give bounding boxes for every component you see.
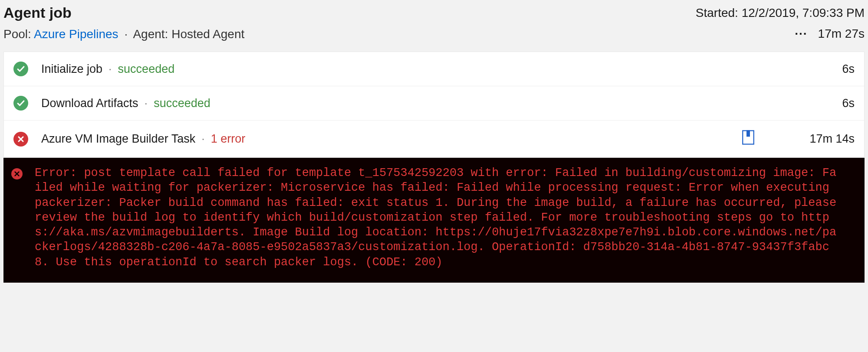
step-duration: 17m 14s: [807, 132, 855, 146]
step-name: Download Artifacts: [41, 97, 138, 110]
step-name: Initialize job: [41, 62, 102, 76]
duration-row: ··· 17m 27s: [696, 27, 865, 41]
page-title: Agent job: [3, 4, 244, 21]
error-log-text[interactable]: Error: post template call failed for tem…: [35, 166, 842, 270]
started-label: Started:: [696, 6, 738, 20]
started-time: Started: 12/2/2019, 7:09:33 PM: [696, 6, 865, 20]
cross-icon: [13, 132, 28, 147]
step-row[interactable]: Initialize job · succeeded 6s: [4, 52, 864, 86]
step-name: Azure VM Image Builder Task: [41, 132, 195, 146]
separator-dot: ·: [201, 132, 205, 146]
pool-link[interactable]: Azure Pipelines: [34, 27, 118, 41]
total-duration: 17m 27s: [818, 27, 865, 41]
agent-name: Hosted Agent: [171, 27, 244, 41]
separator-dot: ·: [108, 62, 112, 76]
job-header-right: Started: 12/2/2019, 7:09:33 PM ··· 17m 2…: [696, 4, 865, 41]
separator-dot: ·: [145, 97, 148, 110]
step-status: succeeded: [118, 62, 175, 76]
artifact-icon[interactable]: [742, 130, 755, 148]
job-header: Agent job Pool: Azure Pipelines · Agent:…: [0, 0, 868, 52]
step-duration: 6s: [807, 62, 855, 76]
cross-icon: [11, 168, 23, 179]
pool-label: Pool:: [3, 27, 31, 41]
agent-label: Agent:: [133, 27, 168, 41]
steps-list: Initialize job · succeeded 6s Download A…: [3, 52, 865, 158]
job-subtitle: Pool: Azure Pipelines · Agent: Hosted Ag…: [3, 27, 244, 41]
step-duration: 6s: [807, 97, 855, 110]
started-value: 12/2/2019, 7:09:33 PM: [742, 6, 865, 20]
check-icon: [13, 62, 28, 76]
svg-rect-3: [747, 130, 750, 136]
more-actions-button[interactable]: ···: [795, 27, 807, 41]
step-status: 1 error: [211, 132, 246, 146]
check-icon: [13, 96, 28, 111]
separator-dot: ·: [124, 27, 128, 41]
error-log-panel: Error: post template call failed for tem…: [3, 158, 865, 283]
step-status: succeeded: [154, 97, 210, 110]
job-header-left: Agent job Pool: Azure Pipelines · Agent:…: [3, 4, 244, 41]
step-row[interactable]: Download Artifacts · succeeded 6s: [4, 86, 864, 120]
step-row[interactable]: Azure VM Image Builder Task · 1 error 17…: [4, 120, 864, 157]
